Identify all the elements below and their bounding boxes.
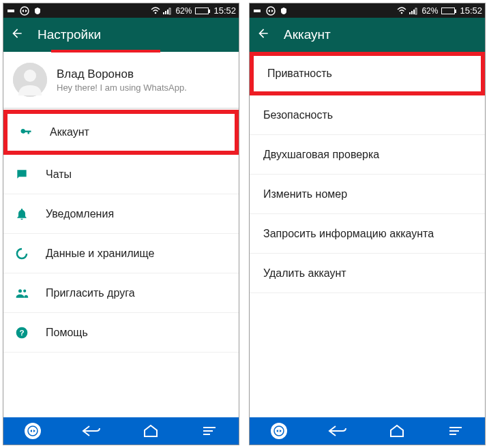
nav-home[interactable] [368,424,426,438]
svg-marker-24 [271,10,273,12]
svg-marker-3 [25,10,27,12]
wifi-icon [397,7,406,15]
svg-rect-5 [163,12,164,14]
back-icon[interactable] [10,27,24,43]
svg-marker-2 [22,10,24,12]
svg-point-30 [274,426,284,436]
people-icon [14,286,29,300]
phone-left: 62% 15:52 Настройки Влад Воронов Hey the… [3,3,239,445]
menu-label: Удалить аккаунт [263,267,346,280]
avatar [13,63,47,97]
content-area: Влад Воронов Hey there! I am using Whats… [3,52,239,417]
menu-notifications[interactable]: Уведомления [3,194,239,234]
status-bar: 62% 15:52 [250,3,485,18]
svg-marker-17 [33,430,35,432]
data-icon [14,247,29,260]
asus-icon [252,6,262,16]
svg-rect-8 [169,8,171,14]
signal-icon [162,7,172,15]
menu-label: Запросить информацию аккаунта [263,228,434,240]
page-title: Аккаунт [284,27,331,42]
app-bar: Аккаунт [250,18,485,52]
menu-help[interactable]: ? Помощь [3,313,239,353]
profile-status: Hey there! I am using WhatsApp. [57,83,187,93]
battery-pct: 62% [421,6,438,16]
svg-point-25 [401,12,403,14]
svg-point-4 [155,12,157,14]
menu-request-info[interactable]: Запросить информацию аккаунта [250,214,485,254]
back-icon[interactable] [256,27,270,43]
title-underline [51,50,160,53]
menu-security[interactable]: Безопасность [250,95,485,135]
chat-icon [14,168,29,181]
nav-bar [3,417,239,445]
svg-rect-29 [415,8,417,14]
menu-label: Приватность [267,68,332,80]
menu-label: Уведомления [46,208,114,220]
signal-icon [409,7,418,15]
svg-point-10 [24,70,36,82]
svg-rect-27 [411,11,413,14]
nav-back[interactable] [308,424,367,438]
svg-rect-28 [413,10,415,14]
teamviewer-icon [266,6,276,16]
menu-chats[interactable]: Чаты [3,155,239,194]
svg-point-11 [18,289,22,293]
shield-icon [280,7,288,15]
svg-rect-7 [167,10,168,14]
battery-icon [195,8,209,14]
nav-recent[interactable] [180,424,239,438]
battery-pct: 62% [175,6,192,16]
clock: 15:52 [213,5,236,16]
svg-point-12 [23,289,26,292]
svg-point-15 [28,426,38,436]
asus-icon [6,6,16,16]
menu-change-number[interactable]: Изменить номер [250,175,485,214]
shield-icon [33,7,42,15]
clock: 15:52 [460,5,482,16]
svg-text:?: ? [19,328,24,337]
menu-privacy[interactable]: Приватность [250,52,485,95]
bell-icon [14,207,29,221]
svg-marker-31 [276,430,278,432]
status-bar: 62% 15:52 [3,3,239,18]
battery-icon [441,8,455,14]
menu-data[interactable]: Данные и хранилище [3,234,239,273]
teamviewer-icon [20,6,29,16]
nav-back[interactable] [62,424,121,438]
svg-point-1 [20,7,29,15]
menu-account[interactable]: Аккаунт [3,110,239,155]
app-bar: Настройки [3,18,239,52]
svg-marker-23 [268,10,270,12]
wifi-icon [151,7,160,15]
nav-home[interactable] [121,424,180,438]
menu-label: Пригласить друга [46,287,135,299]
svg-rect-0 [8,10,14,12]
svg-rect-6 [165,11,166,14]
menu-invite[interactable]: Пригласить друга [3,273,239,313]
nav-teamviewer[interactable] [250,423,308,439]
menu-label: Изменить номер [263,188,347,200]
key-icon [18,125,33,139]
content-area: Приватность Безопасность Двухшаговая про… [250,52,485,417]
nav-teamviewer[interactable] [3,423,62,439]
menu-label: Помощь [46,327,88,339]
menu-label: Данные и хранилище [46,248,154,260]
profile-text: Влад Воронов Hey there! I am using Whats… [57,68,187,93]
nav-bar [250,417,485,445]
profile-name: Влад Воронов [57,68,187,81]
profile-row[interactable]: Влад Воронов Hey there! I am using Whats… [3,52,239,108]
svg-rect-26 [409,12,411,14]
help-icon: ? [14,326,29,340]
page-title: Настройки [38,27,101,42]
menu-label: Аккаунт [50,126,89,138]
nav-recent[interactable] [426,424,485,438]
phone-right: 62% 15:52 Аккаунт Приватность Безопаснос… [249,3,486,445]
menu-delete[interactable]: Удалить аккаунт [250,254,485,293]
menu-two-step[interactable]: Двухшаговая проверка [250,135,485,175]
svg-marker-16 [30,430,32,432]
menu-label: Чаты [46,168,72,181]
svg-marker-32 [280,430,282,432]
svg-point-22 [267,7,275,15]
menu-label: Двухшаговая проверка [263,149,379,161]
